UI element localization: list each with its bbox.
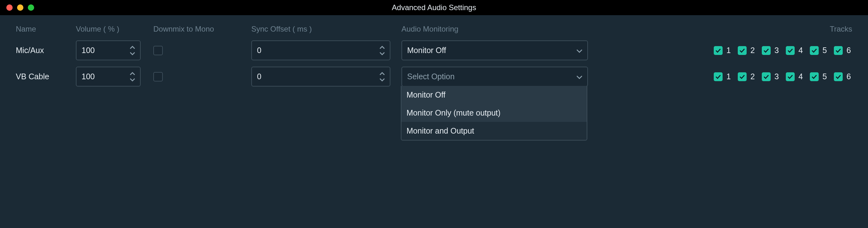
track-label: 1 — [726, 72, 732, 81]
monitoring-option-and-output[interactable]: Monitor and Output — [401, 122, 587, 140]
monitoring-dropdown: Monitor Off Monitor Only (mute output) M… — [401, 86, 587, 140]
audio-source-row: Mic/Aux 100 0 Monit — [16, 40, 852, 60]
sync-offset-input[interactable]: 0 — [251, 67, 391, 87]
source-name: VB Cable — [16, 72, 76, 81]
track-6-checkbox[interactable] — [834, 72, 843, 81]
track-label: 2 — [750, 72, 756, 81]
sync-step-down[interactable] — [378, 77, 386, 83]
volume-step-up[interactable] — [128, 70, 137, 77]
traffic-lights — [0, 4, 34, 11]
track-label: 5 — [823, 72, 828, 81]
maximize-window-button[interactable] — [28, 4, 34, 11]
chevron-down-icon — [577, 46, 582, 55]
sync-offset-input[interactable]: 0 — [251, 40, 391, 60]
sync-step-up[interactable] — [378, 44, 386, 51]
monitoring-select[interactable]: Select Option — [401, 67, 588, 87]
track-2-checkbox[interactable] — [738, 46, 747, 55]
window-title: Advanced Audio Settings — [392, 3, 476, 12]
track-1-checkbox[interactable] — [714, 72, 722, 81]
track-3-checkbox[interactable] — [762, 46, 771, 55]
volume-step-down[interactable] — [128, 77, 137, 83]
downmix-checkbox[interactable] — [153, 72, 163, 82]
volume-value: 100 — [82, 46, 95, 55]
volume-step-up[interactable] — [128, 44, 137, 51]
header-tracks: Tracks — [830, 25, 852, 33]
downmix-checkbox[interactable] — [153, 46, 163, 55]
track-label: 2 — [750, 46, 756, 55]
minimize-window-button[interactable] — [17, 4, 23, 11]
sync-step-up[interactable] — [378, 70, 386, 77]
monitoring-option-off[interactable]: Monitor Off — [401, 86, 587, 104]
track-5-checkbox[interactable] — [810, 72, 819, 81]
track-4-checkbox[interactable] — [786, 46, 795, 55]
track-3-checkbox[interactable] — [762, 72, 771, 81]
sync-value: 0 — [257, 46, 261, 55]
header-monitoring: Audio Monitoring — [401, 25, 458, 33]
track-label: 6 — [846, 72, 852, 81]
track-4-checkbox[interactable] — [786, 72, 795, 81]
tracks-group: 1 2 3 4 5 6 — [714, 46, 852, 55]
sync-value: 0 — [257, 72, 261, 81]
header-volume: Volume ( % ) — [76, 25, 119, 33]
track-label: 1 — [726, 46, 732, 55]
volume-step-down[interactable] — [128, 51, 137, 57]
track-label: 5 — [823, 46, 828, 55]
header-sync: Sync Offset ( ms ) — [251, 25, 312, 33]
header-name: Name — [16, 25, 36, 33]
track-1-checkbox[interactable] — [714, 46, 722, 55]
track-6-checkbox[interactable] — [834, 46, 843, 55]
monitoring-option-only[interactable]: Monitor Only (mute output) — [401, 104, 587, 122]
monitoring-value: Monitor Off — [407, 46, 446, 55]
track-label: 4 — [799, 46, 804, 55]
track-2-checkbox[interactable] — [738, 72, 747, 81]
track-5-checkbox[interactable] — [810, 46, 819, 55]
volume-input[interactable]: 100 — [76, 67, 141, 87]
sync-step-down[interactable] — [378, 51, 386, 57]
titlebar: Advanced Audio Settings — [0, 0, 868, 15]
close-window-button[interactable] — [6, 4, 13, 11]
volume-value: 100 — [82, 72, 95, 81]
monitoring-select[interactable]: Monitor Off — [401, 40, 588, 60]
chevron-down-icon — [577, 72, 582, 81]
tracks-group: 1 2 3 4 5 6 — [714, 72, 852, 81]
source-name: Mic/Aux — [16, 46, 76, 55]
header-row: Name Volume ( % ) Downmix to Mono Sync O… — [16, 25, 852, 33]
track-label: 6 — [846, 46, 852, 55]
content-area: Name Volume ( % ) Downmix to Mono Sync O… — [0, 15, 868, 102]
audio-source-row: VB Cable 100 0 Sele — [16, 67, 852, 87]
volume-input[interactable]: 100 — [76, 40, 141, 60]
track-label: 4 — [799, 72, 804, 81]
monitoring-value: Select Option — [407, 72, 455, 81]
track-label: 3 — [774, 46, 780, 55]
header-downmix: Downmix to Mono — [153, 25, 214, 33]
track-label: 3 — [774, 72, 780, 81]
